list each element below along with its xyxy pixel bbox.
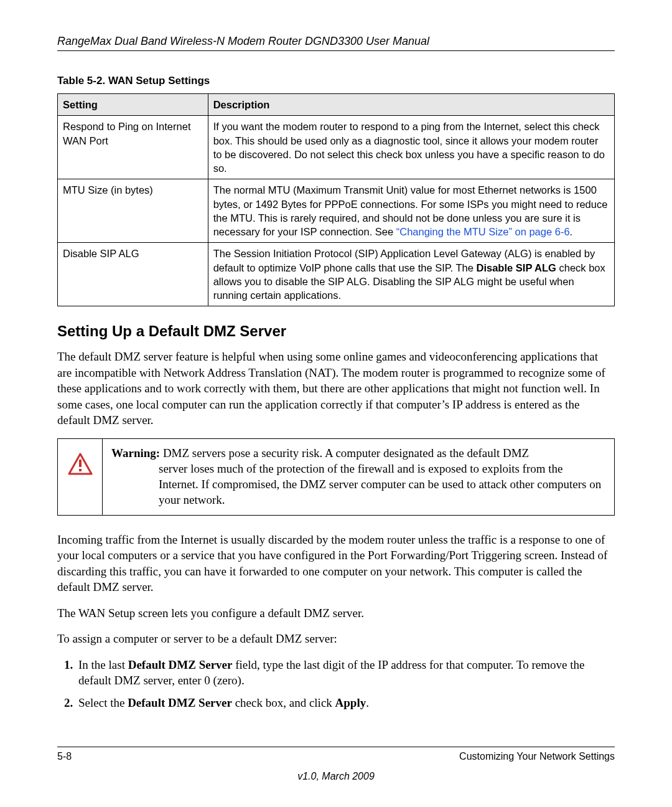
bold-term: Apply xyxy=(335,696,366,709)
warning-line1: DMZ servers pose a security risk. A comp… xyxy=(160,446,529,460)
warning-callout: Warning: DMZ servers pose a security ris… xyxy=(57,438,615,516)
body-paragraph: To assign a computer or server to be a d… xyxy=(57,631,615,646)
description-cell: If you want the modem router to respond … xyxy=(208,116,614,179)
step-item: In the last Default DMZ Server field, ty… xyxy=(76,657,615,689)
step-text: In the last xyxy=(78,658,128,671)
step-item: Select the Default DMZ Server check box,… xyxy=(76,695,615,710)
table-row: MTU Size (in bytes) The normal MTU (Maxi… xyxy=(58,179,615,243)
bold-term: Disable SIP ALG xyxy=(477,262,556,273)
mtu-size-link[interactable]: “Changing the MTU Size” on page 6-6 xyxy=(396,226,570,237)
page-footer: 5-8 Customizing Your Network Settings v1… xyxy=(57,747,615,782)
setting-cell: MTU Size (in bytes) xyxy=(58,179,208,243)
warning-icon-cell xyxy=(58,439,103,515)
svg-rect-2 xyxy=(79,469,82,471)
table-row: Respond to Ping on Internet WAN Port If … xyxy=(58,116,615,179)
body-paragraph: Incoming traffic from the Internet is us… xyxy=(57,532,615,595)
bold-term: Default DMZ Server xyxy=(128,658,233,671)
page-number: 5-8 xyxy=(57,751,72,762)
body-paragraph: The WAN Setup screen lets you configure … xyxy=(57,605,615,621)
col-header-setting: Setting xyxy=(58,94,208,116)
document-title: RangeMax Dual Band Wireless-N Modem Rout… xyxy=(57,35,615,48)
doc-version: v1.0, March 2009 xyxy=(57,771,615,782)
setting-cell: Respond to Ping on Internet WAN Port xyxy=(58,116,208,179)
warning-label: Warning: xyxy=(111,446,160,460)
setting-cell: Disable SIP ALG xyxy=(58,243,208,306)
desc-text: . xyxy=(570,226,573,237)
chapter-title: Customizing Your Network Settings xyxy=(459,751,615,762)
steps-list: In the last Default DMZ Server field, ty… xyxy=(57,657,615,710)
table-caption: Table 5-2. WAN Setup Settings xyxy=(57,75,615,87)
step-text: Select the xyxy=(78,696,128,709)
table-row: Disable SIP ALG The Session Initiation P… xyxy=(58,243,615,306)
step-text: check box, and click xyxy=(232,696,335,709)
section-heading: Setting Up a Default DMZ Server xyxy=(57,323,615,340)
description-cell: The normal MTU (Maximum Transmit Unit) v… xyxy=(208,179,614,243)
warning-text: Warning: DMZ servers pose a security ris… xyxy=(103,439,614,515)
col-header-description: Description xyxy=(208,94,614,116)
table-header-row: Setting Description xyxy=(58,94,615,116)
bold-term: Default DMZ Server xyxy=(128,696,232,709)
step-text: . xyxy=(366,696,369,709)
footer-rule xyxy=(57,747,615,747)
wan-setup-settings-table: Setting Description Respond to Ping on I… xyxy=(57,93,615,306)
running-header: RangeMax Dual Band Wireless-N Modem Rout… xyxy=(57,35,615,51)
body-paragraph: The default DMZ server feature is helpfu… xyxy=(57,349,615,428)
description-cell: The Session Initiation Protocol (SIP) Ap… xyxy=(208,243,614,306)
warning-icon xyxy=(68,453,93,475)
svg-rect-1 xyxy=(79,460,82,467)
warning-body: server loses much of the protection of t… xyxy=(111,461,605,507)
